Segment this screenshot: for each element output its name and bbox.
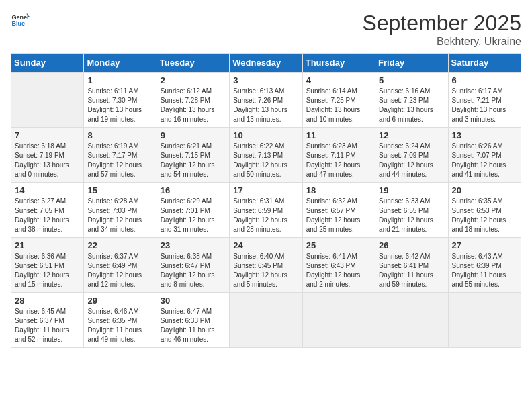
logo: General Blue	[11, 11, 30, 30]
svg-text:Blue: Blue	[11, 20, 25, 27]
calendar-cell	[448, 293, 521, 348]
cell-info: Sunrise: 6:46 AMSunset: 6:35 PMDaylight:…	[87, 307, 152, 345]
calendar-cell: 8Sunrise: 6:19 AMSunset: 7:17 PMDaylight…	[84, 128, 157, 183]
column-header-saturday: Saturday	[448, 54, 521, 73]
calendar-table: SundayMondayTuesdayWednesdayThursdayFrid…	[11, 53, 521, 348]
cell-info: Sunrise: 6:12 AMSunset: 7:28 PMDaylight:…	[161, 87, 226, 124]
day-number: 22	[87, 240, 152, 250]
calendar-cell	[302, 293, 375, 348]
calendar-cell: 27Sunrise: 6:43 AMSunset: 6:39 PMDayligh…	[448, 238, 521, 293]
day-number: 11	[306, 130, 371, 140]
cell-info: Sunrise: 6:13 AMSunset: 7:26 PMDaylight:…	[233, 87, 298, 124]
calendar-cell: 26Sunrise: 6:42 AMSunset: 6:41 PMDayligh…	[375, 238, 448, 293]
column-header-sunday: Sunday	[11, 54, 84, 73]
calendar-cell: 21Sunrise: 6:36 AMSunset: 6:51 PMDayligh…	[11, 238, 84, 293]
page-header: General Blue September 2025 Bekhtery, Uk…	[11, 11, 521, 48]
calendar-cell: 28Sunrise: 6:45 AMSunset: 6:37 PMDayligh…	[11, 293, 84, 348]
title-area: September 2025 Bekhtery, Ukraine	[362, 11, 521, 48]
calendar-cell: 13Sunrise: 6:26 AMSunset: 7:07 PMDayligh…	[448, 128, 521, 183]
day-number: 2	[161, 75, 226, 85]
cell-info: Sunrise: 6:18 AMSunset: 7:19 PMDaylight:…	[15, 142, 80, 179]
calendar-cell: 7Sunrise: 6:18 AMSunset: 7:19 PMDaylight…	[11, 128, 84, 183]
calendar-cell: 18Sunrise: 6:32 AMSunset: 6:57 PMDayligh…	[302, 183, 375, 238]
calendar-cell: 20Sunrise: 6:35 AMSunset: 6:53 PMDayligh…	[448, 183, 521, 238]
calendar-cell: 10Sunrise: 6:22 AMSunset: 7:13 PMDayligh…	[230, 128, 302, 183]
cell-info: Sunrise: 6:16 AMSunset: 7:23 PMDaylight:…	[379, 87, 444, 124]
cell-info: Sunrise: 6:31 AMSunset: 6:59 PMDaylight:…	[233, 197, 298, 234]
cell-info: Sunrise: 6:27 AMSunset: 7:05 PMDaylight:…	[15, 197, 80, 234]
day-number: 29	[87, 295, 152, 306]
cell-info: Sunrise: 6:37 AMSunset: 6:49 PMDaylight:…	[87, 252, 152, 289]
day-number: 30	[161, 295, 226, 306]
day-number: 3	[233, 75, 298, 85]
cell-info: Sunrise: 6:22 AMSunset: 7:13 PMDaylight:…	[233, 142, 298, 179]
cell-info: Sunrise: 6:29 AMSunset: 7:01 PMDaylight:…	[161, 197, 226, 234]
cell-info: Sunrise: 6:23 AMSunset: 7:11 PMDaylight:…	[306, 142, 371, 179]
calendar-week-row: 14Sunrise: 6:27 AMSunset: 7:05 PMDayligh…	[11, 183, 521, 238]
cell-info: Sunrise: 6:47 AMSunset: 6:33 PMDaylight:…	[161, 307, 226, 345]
cell-info: Sunrise: 6:11 AMSunset: 7:30 PMDaylight:…	[87, 87, 152, 124]
cell-info: Sunrise: 6:14 AMSunset: 7:25 PMDaylight:…	[306, 87, 371, 124]
calendar-cell	[375, 293, 448, 348]
day-number: 19	[379, 185, 444, 195]
calendar-week-row: 1Sunrise: 6:11 AMSunset: 7:30 PMDaylight…	[11, 73, 521, 128]
cell-info: Sunrise: 6:38 AMSunset: 6:47 PMDaylight:…	[161, 252, 226, 289]
day-number: 27	[452, 240, 517, 250]
cell-info: Sunrise: 6:33 AMSunset: 6:55 PMDaylight:…	[379, 197, 444, 234]
day-number: 5	[379, 75, 444, 85]
calendar-cell: 14Sunrise: 6:27 AMSunset: 7:05 PMDayligh…	[11, 183, 84, 238]
day-number: 15	[87, 185, 152, 195]
column-header-friday: Friday	[375, 54, 448, 73]
day-number: 23	[161, 240, 226, 250]
calendar-week-row: 7Sunrise: 6:18 AMSunset: 7:19 PMDaylight…	[11, 128, 521, 183]
cell-info: Sunrise: 6:21 AMSunset: 7:15 PMDaylight:…	[161, 142, 226, 179]
calendar-cell: 19Sunrise: 6:33 AMSunset: 6:55 PMDayligh…	[375, 183, 448, 238]
day-number: 4	[306, 75, 371, 85]
day-number: 24	[233, 240, 298, 250]
calendar-cell: 3Sunrise: 6:13 AMSunset: 7:26 PMDaylight…	[230, 73, 302, 128]
calendar-cell: 30Sunrise: 6:47 AMSunset: 6:33 PMDayligh…	[157, 293, 229, 348]
column-header-wednesday: Wednesday	[230, 54, 302, 73]
cell-info: Sunrise: 6:45 AMSunset: 6:37 PMDaylight:…	[15, 307, 80, 345]
calendar-cell: 1Sunrise: 6:11 AMSunset: 7:30 PMDaylight…	[84, 73, 157, 128]
column-header-monday: Monday	[84, 54, 157, 73]
calendar-cell: 5Sunrise: 6:16 AMSunset: 7:23 PMDaylight…	[375, 73, 448, 128]
day-number: 1	[87, 75, 152, 85]
day-number: 10	[233, 130, 298, 140]
cell-info: Sunrise: 6:43 AMSunset: 6:39 PMDaylight:…	[452, 252, 517, 289]
cell-info: Sunrise: 6:32 AMSunset: 6:57 PMDaylight:…	[306, 197, 371, 234]
calendar-cell: 2Sunrise: 6:12 AMSunset: 7:28 PMDaylight…	[157, 73, 229, 128]
calendar-cell: 29Sunrise: 6:46 AMSunset: 6:35 PMDayligh…	[84, 293, 157, 348]
calendar-week-row: 28Sunrise: 6:45 AMSunset: 6:37 PMDayligh…	[11, 293, 521, 348]
day-number: 25	[306, 240, 371, 250]
day-number: 8	[87, 130, 152, 140]
calendar-cell	[11, 73, 84, 128]
logo-icon: General Blue	[11, 11, 30, 30]
day-number: 13	[452, 130, 517, 140]
cell-info: Sunrise: 6:19 AMSunset: 7:17 PMDaylight:…	[87, 142, 152, 179]
day-number: 16	[161, 185, 226, 195]
day-number: 21	[15, 240, 80, 250]
cell-info: Sunrise: 6:42 AMSunset: 6:41 PMDaylight:…	[379, 252, 444, 289]
calendar-cell: 23Sunrise: 6:38 AMSunset: 6:47 PMDayligh…	[157, 238, 229, 293]
month-title: September 2025	[362, 11, 521, 36]
calendar-cell: 9Sunrise: 6:21 AMSunset: 7:15 PMDaylight…	[157, 128, 229, 183]
day-number: 20	[452, 185, 517, 195]
day-number: 7	[15, 130, 80, 140]
day-number: 26	[379, 240, 444, 250]
calendar-cell: 16Sunrise: 6:29 AMSunset: 7:01 PMDayligh…	[157, 183, 229, 238]
day-number: 9	[161, 130, 226, 140]
cell-info: Sunrise: 6:35 AMSunset: 6:53 PMDaylight:…	[452, 197, 517, 234]
calendar-cell: 22Sunrise: 6:37 AMSunset: 6:49 PMDayligh…	[84, 238, 157, 293]
column-header-tuesday: Tuesday	[157, 54, 229, 73]
calendar-cell	[230, 293, 302, 348]
day-number: 28	[15, 295, 80, 306]
cell-info: Sunrise: 6:26 AMSunset: 7:07 PMDaylight:…	[452, 142, 517, 179]
calendar-cell: 25Sunrise: 6:41 AMSunset: 6:43 PMDayligh…	[302, 238, 375, 293]
cell-info: Sunrise: 6:41 AMSunset: 6:43 PMDaylight:…	[306, 252, 371, 289]
calendar-cell: 12Sunrise: 6:24 AMSunset: 7:09 PMDayligh…	[375, 128, 448, 183]
calendar-cell: 17Sunrise: 6:31 AMSunset: 6:59 PMDayligh…	[230, 183, 302, 238]
cell-info: Sunrise: 6:17 AMSunset: 7:21 PMDaylight:…	[452, 87, 517, 124]
cell-info: Sunrise: 6:36 AMSunset: 6:51 PMDaylight:…	[15, 252, 80, 289]
cell-info: Sunrise: 6:28 AMSunset: 7:03 PMDaylight:…	[87, 197, 152, 234]
